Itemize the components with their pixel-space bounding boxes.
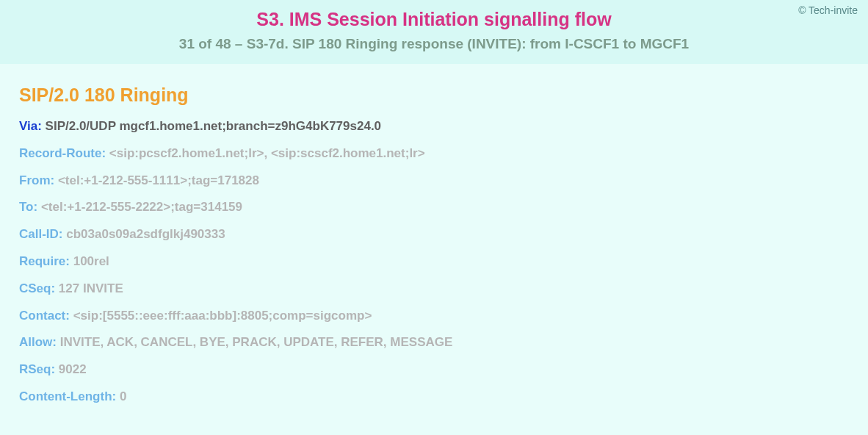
header-value: 127 INVITE [59, 281, 123, 295]
header-line: From: <tel:+1-212-555-1111>;tag=171828 [19, 172, 849, 190]
sip-status-line: SIP/2.0 180 Ringing [19, 85, 849, 106]
header-name: To: [19, 200, 41, 214]
header-line: CSeq: 127 INVITE [19, 280, 849, 298]
header-name: From: [19, 173, 58, 187]
page-title: S3. IMS Session Initiation signalling fl… [15, 9, 853, 30]
header-name: Call-ID: [19, 227, 66, 241]
header-name: Contact: [19, 309, 73, 323]
header-value: <tel:+1-212-555-2222>;tag=314159 [41, 200, 242, 214]
header-line: Require: 100rel [19, 253, 849, 270]
header-line: Allow: INVITE, ACK, CANCEL, BYE, PRACK, … [19, 334, 849, 351]
header-line: Call-ID: cb03a0s09a2sdfglkj490333 [19, 226, 849, 243]
content-area: SIP/2.0 180 Ringing Via: SIP/2.0/UDP mgc… [0, 64, 868, 435]
header-name: RSeq: [19, 362, 59, 376]
header-name: Require: [19, 254, 73, 268]
header-value: <sip:[5555::eee:fff:aaa:bbb]:8805;comp=s… [73, 309, 372, 323]
header-line: Content-Length: 0 [19, 388, 849, 406]
header-name: Record-Route: [19, 146, 109, 160]
header-value: INVITE, ACK, CANCEL, BYE, PRACK, UPDATE,… [60, 335, 453, 349]
header-line: To: <tel:+1-212-555-2222>;tag=314159 [19, 198, 849, 216]
headers-list: Record-Route: <sip:pcscf2.home1.net;lr>,… [19, 145, 849, 406]
copyright-text: © Tech-invite [798, 4, 858, 16]
header-name: Allow: [19, 335, 60, 349]
via-header-line: Via: SIP/2.0/UDP mgcf1.home1.net;branch=… [19, 118, 849, 135]
header-value: cb03a0s09a2sdfglkj490333 [66, 227, 225, 241]
page-subtitle: 31 of 48 – S3-7d. SIP 180 Ringing respon… [15, 36, 853, 52]
header-name: CSeq: [19, 281, 59, 295]
header-value: 9022 [59, 362, 87, 376]
header-banner: © Tech-invite S3. IMS Session Initiation… [0, 0, 868, 64]
via-header-name: Via [19, 119, 37, 133]
header-value: 100rel [73, 254, 109, 268]
header-value: <tel:+1-212-555-1111>;tag=171828 [58, 173, 259, 187]
header-value: 0 [120, 389, 126, 403]
header-line: RSeq: 9022 [19, 361, 849, 378]
via-header-value: SIP/2.0/UDP mgcf1.home1.net;branch=z9hG4… [46, 119, 381, 133]
header-name: Content-Length: [19, 389, 120, 403]
header-value: <sip:pcscf2.home1.net;lr>, <sip:scscf2.h… [109, 146, 425, 160]
header-line: Contact: <sip:[5555::eee:fff:aaa:bbb]:88… [19, 307, 849, 325]
header-line: Record-Route: <sip:pcscf2.home1.net;lr>,… [19, 145, 849, 162]
